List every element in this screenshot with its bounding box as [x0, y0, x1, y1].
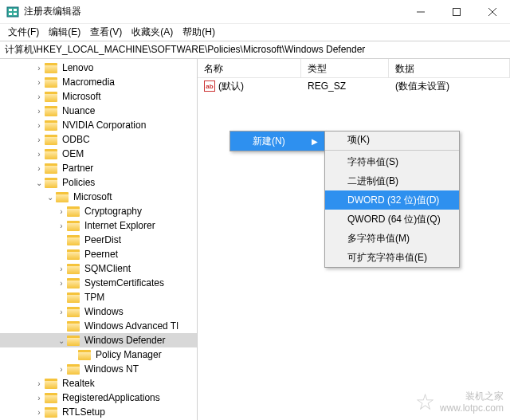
chevron-right-icon[interactable]: › — [33, 150, 45, 159]
submenu-item[interactable]: 可扩充字符串值(E) — [325, 248, 459, 267]
tree-item-label: Microsoft — [61, 91, 103, 102]
submenu-item[interactable]: 二进制值(B) — [325, 171, 459, 190]
tree-item-label: Microsoft — [72, 191, 114, 202]
submenu-item[interactable]: DWORD (32 位)值(D) — [325, 190, 459, 210]
address-bar[interactable]: 计算机\HKEY_LOCAL_MACHINE\SOFTWARE\Policies… — [0, 41, 510, 59]
tree-item[interactable]: ›SystemCertificates — [0, 276, 197, 290]
context-menu[interactable]: 新建(N) ▶ — [230, 131, 325, 151]
tree-item[interactable]: ›Windows — [0, 304, 197, 319]
submenu-item[interactable]: 字符串值(S) — [325, 152, 459, 171]
tree-item[interactable]: ›Microsoft — [0, 89, 197, 104]
tree-item[interactable]: Policy Manager — [0, 347, 197, 362]
tree-item[interactable]: ›ODBC — [0, 132, 197, 147]
tree-item-label: SystemCertificates — [83, 277, 166, 289]
chevron-right-icon[interactable]: › — [56, 222, 67, 230]
tree-item[interactable]: ›Realtek — [0, 376, 197, 391]
svg-rect-4 — [14, 13, 17, 15]
svg-rect-3 — [9, 13, 12, 15]
chevron-down-icon[interactable]: ⌄ — [33, 179, 45, 187]
tree-item[interactable]: ›Internet Explorer — [0, 218, 197, 233]
col-data[interactable]: 数据 — [389, 59, 510, 77]
list-row[interactable]: ab (默认) REG_SZ (数值未设置) — [198, 78, 510, 94]
menu-favorites[interactable]: 收藏夹(A) — [127, 24, 178, 41]
value-type: REG_SZ — [301, 79, 389, 93]
tree-item[interactable]: ›Cryptography — [0, 204, 197, 218]
folder-icon — [67, 249, 80, 260]
chevron-right-icon[interactable]: › — [56, 308, 67, 316]
menu-edit[interactable]: 编辑(E) — [44, 24, 85, 41]
tree-item[interactable]: TPM — [0, 290, 197, 304]
list-pane[interactable]: 名称 类型 数据 ab (默认) REG_SZ (数值未设置) 新建(N) ▶ … — [198, 59, 510, 420]
chevron-down-icon[interactable]: ⌄ — [45, 193, 56, 202]
tree-item-label: RTLSetup — [61, 406, 107, 418]
folder-icon — [45, 379, 57, 389]
tree-item[interactable]: Windows Advanced Tl — [0, 319, 197, 333]
tree-item-label: Internet Explorer — [83, 220, 157, 231]
menubar: 文件(F) 编辑(E) 查看(V) 收藏夹(A) 帮助(H) — [0, 24, 510, 41]
tree-item[interactable]: ›OEM — [0, 147, 197, 161]
chevron-right-icon[interactable]: › — [33, 135, 45, 144]
chevron-right-icon[interactable]: › — [33, 379, 45, 388]
chevron-right-icon[interactable]: › — [33, 394, 45, 402]
chevron-down-icon[interactable]: ⌄ — [56, 336, 67, 345]
folder-icon — [67, 221, 80, 231]
folder-icon — [45, 149, 57, 159]
tree-item-label: Cryptography — [83, 206, 143, 217]
folder-icon — [78, 350, 91, 360]
menu-file[interactable]: 文件(F) — [3, 24, 44, 41]
tree-item-label: PeerDist — [83, 234, 123, 245]
chevron-right-icon[interactable]: › — [56, 207, 67, 216]
submenu-item[interactable]: 项(K) — [325, 131, 459, 151]
tree-item[interactable]: ›NVIDIA Corporation — [0, 118, 197, 132]
svg-rect-6 — [453, 8, 460, 15]
folder-icon — [45, 106, 57, 116]
tree-item[interactable]: ›RegisteredApplications — [0, 391, 197, 405]
tree-item-label: Partner — [61, 163, 95, 174]
tree-item[interactable]: ⌄Microsoft — [0, 190, 197, 204]
chevron-right-icon[interactable]: › — [33, 408, 45, 417]
chevron-right-icon[interactable]: › — [33, 107, 45, 116]
svg-rect-1 — [9, 9, 12, 11]
context-menu-new[interactable]: 新建(N) ▶ — [230, 131, 324, 151]
tree-item-label: Realtek — [61, 378, 96, 389]
col-name[interactable]: 名称 — [198, 59, 301, 77]
submenu-item[interactable]: QWORD (64 位)值(Q) — [325, 210, 459, 229]
chevron-right-icon[interactable]: › — [56, 365, 67, 374]
tree-item[interactable]: ›Macromedia — [0, 75, 197, 89]
tree-item[interactable]: ›RTLSetup — [0, 405, 197, 419]
folder-icon — [45, 92, 57, 102]
chevron-right-icon[interactable]: › — [33, 92, 45, 101]
folder-icon — [67, 321, 80, 332]
tree-item[interactable]: Peernet — [0, 247, 197, 261]
menu-view[interactable]: 查看(V) — [85, 24, 127, 41]
tree-item[interactable]: ›Windows NT — [0, 362, 197, 376]
tree-item[interactable]: ›Lenovo — [0, 61, 197, 75]
tree-item-label: TPM — [83, 292, 106, 303]
tree-item[interactable]: ›Nuance — [0, 104, 197, 118]
svg-rect-2 — [14, 9, 17, 11]
chevron-right-icon[interactable]: › — [33, 78, 45, 87]
chevron-right-icon[interactable]: › — [33, 64, 45, 73]
minimize-button[interactable] — [402, 0, 438, 24]
close-button[interactable] — [474, 0, 510, 24]
tree-item[interactable]: ⌄Policies — [0, 175, 197, 190]
submenu-item[interactable]: 多字符串值(M) — [325, 229, 459, 248]
chevron-right-icon[interactable]: › — [56, 279, 67, 288]
chevron-right-icon[interactable]: › — [56, 265, 67, 273]
maximize-button[interactable] — [438, 0, 474, 24]
tree-item[interactable]: ⌄Windows Defender — [0, 333, 197, 347]
tree-item-label: Windows Defender — [83, 335, 167, 346]
tree-item[interactable]: ›Partner — [0, 161, 197, 175]
tree-pane[interactable]: ›Lenovo›Macromedia›Microsoft›Nuance›NVID… — [0, 59, 198, 420]
col-type[interactable]: 类型 — [301, 59, 389, 77]
folder-icon — [45, 63, 57, 73]
string-value-icon: ab — [204, 80, 215, 92]
chevron-right-icon[interactable]: › — [33, 164, 45, 173]
context-submenu-new[interactable]: 项(K)字符串值(S)二进制值(B)DWORD (32 位)值(D)QWORD … — [324, 131, 460, 268]
tree-item[interactable]: ›SQMClient — [0, 261, 197, 276]
menu-help[interactable]: 帮助(H) — [178, 24, 220, 41]
value-data: (数值未设置) — [389, 78, 510, 95]
tree-item-label: Lenovo — [61, 62, 95, 73]
tree-item[interactable]: PeerDist — [0, 233, 197, 247]
chevron-right-icon[interactable]: › — [33, 121, 45, 130]
